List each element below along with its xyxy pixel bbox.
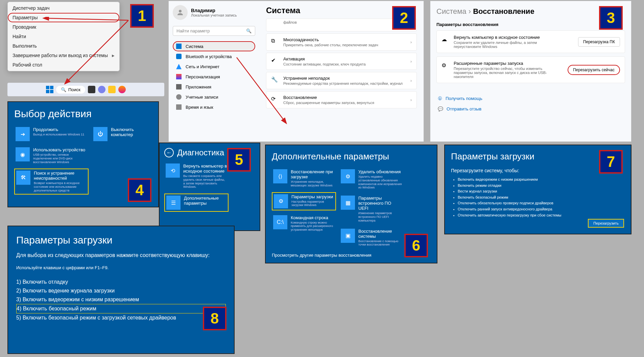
panel-8-startup-options: Параметры загрузки Для выбора из следующ…: [7, 226, 235, 354]
opt-1: 1) Включить отладку: [16, 278, 226, 286]
badge-8: 8: [203, 307, 226, 330]
menu-find[interactable]: Найти: [8, 32, 119, 41]
startup-hint: Используйте клавиши с цифрами или F1–F9.: [16, 265, 226, 270]
menu-shutdown[interactable]: Завершение работы или выход из системы▶: [8, 51, 119, 60]
sys-item-multitask[interactable]: ⧉МногозадачностьПрикрепить окна, рабочие…: [266, 33, 417, 51]
rec-advanced: ⚙ Расширенные параметры запускаПерезапус…: [436, 56, 625, 83]
user-profile[interactable]: ВладимирЛокальная учетная запись: [173, 5, 255, 20]
tile-startup-settings[interactable]: ⚙Параметры загрузкиНастройка параметров …: [272, 192, 336, 210]
menu-desktop[interactable]: Рабочий стол: [8, 60, 119, 70]
menu-task-manager[interactable]: Диспетчер задач: [8, 3, 119, 13]
reset-icon: ⟲: [166, 163, 180, 178]
opt-2: 2) Включить ведение журнала загрузки: [16, 286, 226, 295]
search-pill[interactable]: 🔍Поиск: [56, 86, 85, 94]
chat-icon[interactable]: [98, 86, 105, 93]
restart-now-button[interactable]: Перезагрузить сейчас: [568, 65, 620, 75]
taskview-icon[interactable]: [88, 86, 95, 93]
power-icon: ⏻: [93, 127, 108, 141]
gear-icon: ⚙: [442, 62, 449, 70]
badge-3: 3: [599, 6, 623, 30]
nav-apps[interactable]: Приложения: [173, 82, 255, 92]
startup-options-sub: Для выбора из следующих параметров нажми…: [16, 252, 226, 259]
advanced-title: Дополнительные параметры: [272, 151, 431, 162]
panel-2-settings: ВладимирЛокальная учетная запись Найти п…: [168, 1, 424, 142]
breadcrumb: Система › Восстановление: [436, 7, 625, 16]
arrow-icon: ➔: [16, 127, 30, 141]
feedback-icon: 💬: [438, 106, 443, 111]
feedback-link[interactable]: 💬Отправить отзыв: [436, 104, 625, 114]
badge-1: 1: [130, 4, 154, 28]
badge-5: 5: [227, 148, 251, 172]
tile-shutdown[interactable]: ⏻Выключить компьютер: [92, 126, 139, 143]
disc-icon: ◉: [16, 147, 30, 161]
menu-run[interactable]: Выполнить: [8, 41, 119, 51]
list-icon: ☰: [166, 196, 181, 210]
diagnostics-title: Диагностика: [177, 148, 224, 157]
startup-sub: Перезагрузите систему, чтобы:: [451, 168, 625, 173]
svg-point-2: [179, 10, 182, 12]
tile-cmd[interactable]: C:\Командная строкаКомандную строку можн…: [272, 214, 336, 233]
settings-sidebar: ВладимирЛокальная учетная запись Найти п…: [169, 1, 259, 142]
reset-pc-button[interactable]: Перезагрузка ПК: [578, 37, 620, 47]
back-button[interactable]: ←: [164, 148, 174, 157]
startup-list: Включить видеорежим с низким разрешением…: [451, 177, 625, 218]
context-menu: Диспетчер задач Параметры Проводник Найт…: [7, 2, 120, 71]
menu-settings[interactable]: Параметры: [8, 13, 119, 22]
startup-settings-title: Параметры загрузки: [451, 151, 625, 162]
nav-bluetooth[interactable]: Bluetooth и устройства: [173, 51, 255, 61]
tools-icon: 🛠: [16, 171, 30, 185]
user-sub: Локальная учетная запись: [191, 13, 237, 17]
nav-time[interactable]: Время и язык: [173, 102, 255, 112]
sys-item-troubleshoot[interactable]: 🔧Устранение неполадокРекомендуемые средс…: [266, 72, 417, 89]
avatar: [173, 5, 188, 20]
tile-system-restore[interactable]: ▣Восстановление системыВосстановление с …: [339, 227, 404, 248]
sys-item-recovery[interactable]: ⟳ВосстановлениеСброс, расширенные параме…: [266, 91, 417, 108]
cmd-icon: C:\: [273, 215, 287, 229]
restart-button[interactable]: Перезагрузить: [588, 219, 624, 228]
badge-6: 6: [404, 234, 428, 257]
tile-troubleshoot[interactable]: 🛠Поиск и устранение неисправностейВозвра…: [14, 169, 89, 194]
search-icon: 🔍: [61, 87, 66, 92]
explorer-icon[interactable]: [108, 86, 116, 93]
tile-uefi[interactable]: ▦Параметры встроенного ПО UEFIИзменение …: [339, 194, 404, 224]
startup-options-title: Параметры загрузки: [16, 234, 226, 246]
search-input[interactable]: Найти параметр🔍: [173, 26, 255, 36]
restore-icon: ▣: [341, 229, 355, 243]
opt-3: 3) Включить видеорежим с низким разрешен…: [16, 295, 226, 304]
get-help-link[interactable]: 🛈Получить помощь: [436, 93, 625, 104]
nav-system[interactable]: Система: [173, 41, 255, 51]
nav-accounts[interactable]: Учетные записи: [173, 92, 255, 102]
search-icon: 🔍: [246, 28, 252, 33]
nav-network[interactable]: Сеть и Интернет: [173, 61, 255, 72]
tile-reset[interactable]: ⟲Вернуть компьютер в исходное состояниеВ…: [164, 162, 229, 190]
cloud-icon: ☁: [442, 36, 449, 44]
recovery-section: Параметры восстановления: [436, 22, 625, 27]
tile-advanced[interactable]: ☰Дополнительные параметры: [164, 194, 229, 212]
badge-7: 7: [599, 150, 623, 174]
opt-4-safe-mode: 4) Включить безопасный режим: [16, 304, 226, 313]
tile-uninstall-updates[interactable]: ⚙Удалить обновленияУдалить недавно устан…: [339, 168, 404, 191]
opt-5: 5) Включить безопасный режим с загрузкой…: [16, 313, 226, 322]
tile-startup-repair[interactable]: ⟨⟩Восстановление при загрузкеУстранение …: [272, 168, 336, 189]
repair-icon: ⟨⟩: [273, 169, 287, 183]
badge-4: 4: [128, 178, 151, 202]
tile-continue[interactable]: ➔ПродолжитьВыход и использование Windows…: [14, 126, 89, 143]
menu-explorer[interactable]: Проводник: [8, 22, 119, 32]
badge-2: 2: [392, 6, 416, 30]
choose-action-title: Выбор действия: [14, 108, 152, 120]
rec-reset: ☁ Вернуть компьютер в исходное состояние…: [436, 30, 625, 53]
sys-item-activation[interactable]: ✔АктивацияСостояние активации, подписки,…: [266, 53, 417, 70]
nav-personalization[interactable]: Персонализация: [173, 72, 255, 82]
help-icon: 🛈: [438, 96, 442, 101]
gear-icon: ⚙: [341, 169, 355, 183]
tile-use-device[interactable]: ◉Использовать устройствоUSB-устройство, …: [14, 146, 89, 165]
gear-icon: ⚙: [274, 194, 288, 208]
chip-icon: ▦: [341, 196, 355, 210]
taskbar: 🔍Поиск: [7, 83, 164, 96]
firefox-icon[interactable]: [118, 86, 126, 93]
start-button[interactable]: [46, 86, 53, 93]
user-name: Владимир: [191, 8, 237, 13]
